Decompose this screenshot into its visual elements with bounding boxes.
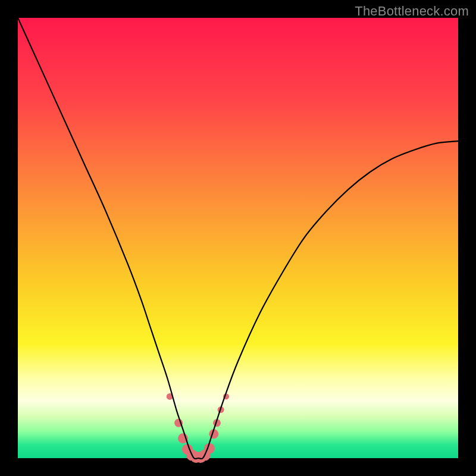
watermark-text: TheBottleneck.com: [355, 4, 469, 19]
bottleneck-chart: [0, 0, 476, 476]
plot-background: [18, 18, 458, 458]
chart-stage: TheBottleneck.com: [0, 0, 476, 476]
